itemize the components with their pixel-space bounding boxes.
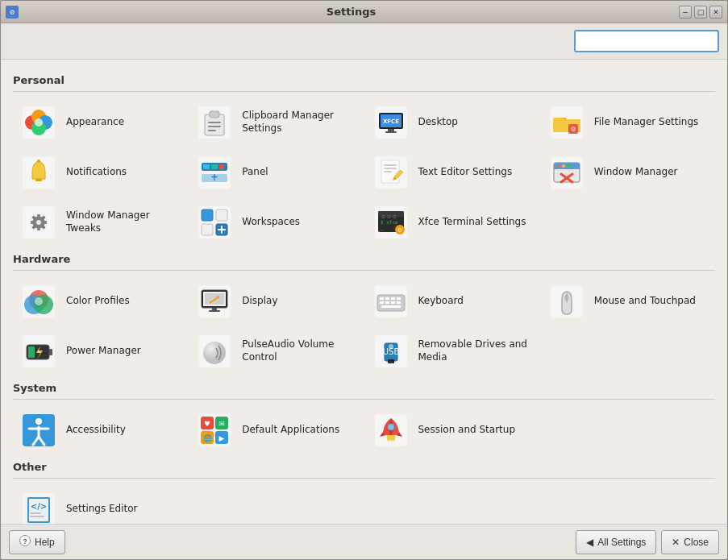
svg-rect-106 xyxy=(28,346,35,358)
svg-rect-88 xyxy=(209,310,220,312)
item-terminal[interactable]: ⊙ ⊙ ⊙ $ xfce _ ⚙ Xfce Terminal Settings xyxy=(365,198,539,247)
footer-right: ◀ All Settings ✕ Close xyxy=(576,530,719,554)
close-label: Close xyxy=(684,537,709,548)
item-workspaces[interactable]: Workspaces xyxy=(189,198,363,247)
svg-rect-14 xyxy=(208,126,221,127)
display-icon xyxy=(195,282,234,321)
svg-rect-20 xyxy=(385,131,397,133)
svg-rect-38 xyxy=(384,168,397,169)
svg-text:?: ? xyxy=(23,537,27,545)
svg-point-114 xyxy=(389,344,393,349)
item-clipboard[interactable]: Clipboard Manager Settings xyxy=(189,98,363,147)
hardware-grid: Color Profiles xyxy=(13,277,715,375)
svg-text:♥: ♥ xyxy=(204,420,210,428)
removable-label: Removable Drives and Media xyxy=(418,338,533,363)
filemanager-label: File Manager Settings xyxy=(594,116,699,129)
svg-text:⚙: ⚙ xyxy=(9,9,15,16)
svg-rect-95 xyxy=(380,301,384,304)
close-button-footer[interactable]: ✕ Close xyxy=(661,530,719,554)
help-button[interactable]: ? Help xyxy=(9,530,65,554)
help-label: Help xyxy=(35,537,55,548)
texteditor-label: Text Editor Settings xyxy=(418,166,513,179)
power-label: Power Manager xyxy=(66,345,141,358)
item-accessibility[interactable]: Accessibility xyxy=(13,406,187,454)
svg-rect-92 xyxy=(385,297,389,300)
divider-other xyxy=(13,478,715,479)
desktop-label: Desktop xyxy=(418,116,459,129)
wmtweaks-icon xyxy=(19,203,58,242)
workspaces-label: Workspaces xyxy=(242,216,300,229)
section-header-personal: Personal xyxy=(13,74,715,86)
svg-rect-15 xyxy=(208,130,216,131)
panel-icon: + xyxy=(195,153,234,192)
item-defaultapps[interactable]: ♥ ✉ 🌐 ▶ Default Applications xyxy=(189,406,363,454)
close-button[interactable]: ✕ xyxy=(709,6,722,19)
item-wmtweaks[interactable]: Window Manager Tweaks xyxy=(13,198,187,247)
item-power[interactable]: Power Manager xyxy=(13,327,187,375)
wmtweaks-label: Window Manager Tweaks xyxy=(66,209,181,234)
search-input[interactable] xyxy=(574,30,719,52)
item-texteditor[interactable]: Text Editor Settings xyxy=(365,148,539,197)
svg-text:🌐: 🌐 xyxy=(203,433,213,443)
workspaces-icon xyxy=(195,203,234,242)
notifications-label: Notifications xyxy=(66,166,127,179)
windowmanager-icon xyxy=(547,153,586,192)
section-other: Other </> xyxy=(13,461,715,524)
svg-point-9 xyxy=(35,118,43,127)
item-windowmanager[interactable]: Window Manager xyxy=(541,148,715,197)
all-settings-button[interactable]: ◀ All Settings xyxy=(576,530,656,554)
item-panel[interactable]: + Panel xyxy=(189,148,363,197)
svg-rect-55 xyxy=(31,221,35,224)
session-label: Session and Startup xyxy=(418,424,516,437)
window-title: Settings xyxy=(23,6,679,18)
item-notifications[interactable]: Notifications xyxy=(13,148,187,197)
svg-rect-99 xyxy=(381,305,401,308)
item-desktop[interactable]: XFCE Desktop xyxy=(365,98,539,147)
svg-rect-136 xyxy=(30,512,41,514)
item-session[interactable]: Session and Startup xyxy=(365,406,539,454)
panel-label: Panel xyxy=(242,166,268,179)
svg-text:</>: </> xyxy=(31,502,47,511)
svg-rect-13 xyxy=(208,122,221,123)
item-keyboard[interactable]: Keyboard xyxy=(365,277,539,326)
item-settingseditor[interactable]: </> Settings Editor xyxy=(13,485,187,524)
defaultapps-icon: ♥ ✉ 🌐 ▶ xyxy=(195,411,234,450)
svg-text:⊙ ⊙ ⊙: ⊙ ⊙ ⊙ xyxy=(381,214,397,219)
svg-rect-62 xyxy=(202,209,213,221)
svg-text:⚙: ⚙ xyxy=(570,126,576,133)
svg-rect-98 xyxy=(397,301,401,304)
svg-rect-96 xyxy=(385,301,389,304)
display-label: Display xyxy=(242,295,277,308)
removable-icon: USB xyxy=(372,332,410,371)
windowmanager-label: Window Manager xyxy=(594,166,678,179)
desktop-icon: XFCE xyxy=(372,103,410,142)
item-display[interactable]: Display xyxy=(189,277,363,326)
svg-rect-91 xyxy=(380,297,384,300)
svg-text:+: + xyxy=(210,172,218,183)
colorprofiles-label: Color Profiles xyxy=(66,295,130,308)
other-grid: </> Settings Editor xyxy=(13,485,715,524)
svg-text:▶: ▶ xyxy=(219,434,225,442)
svg-rect-97 xyxy=(391,301,395,304)
accessibility-label: Accessibility xyxy=(66,424,126,437)
svg-rect-137 xyxy=(30,516,44,517)
item-pulseaudio[interactable]: PulseAudio Volume Control xyxy=(189,327,363,375)
section-system: System Access xyxy=(13,382,715,454)
svg-text:⚙: ⚙ xyxy=(397,227,401,234)
item-colorprofiles[interactable]: Color Profiles xyxy=(13,277,187,326)
settingseditor-label: Settings Editor xyxy=(66,503,138,516)
minimize-button[interactable]: − xyxy=(679,6,692,19)
maximize-button[interactable]: □ xyxy=(694,6,707,19)
appearance-label: Appearance xyxy=(66,116,124,129)
item-mouse[interactable]: Mouse and Touchpad xyxy=(541,277,715,326)
item-appearance[interactable]: Appearance xyxy=(13,98,187,147)
terminal-icon: ⊙ ⊙ ⊙ $ xfce _ ⚙ xyxy=(372,203,410,242)
footer-left: ? Help xyxy=(9,530,65,554)
close-icon: ✕ xyxy=(672,537,680,548)
item-filemanager[interactable]: ⚙ File Manager Settings xyxy=(541,98,715,147)
item-removable[interactable]: USB Removable Drives and Media xyxy=(365,327,539,375)
filemanager-icon: ⚙ xyxy=(547,103,586,142)
terminal-label: Xfce Terminal Settings xyxy=(418,216,526,229)
section-header-system: System xyxy=(13,382,715,394)
mouse-label: Mouse and Touchpad xyxy=(594,295,696,308)
